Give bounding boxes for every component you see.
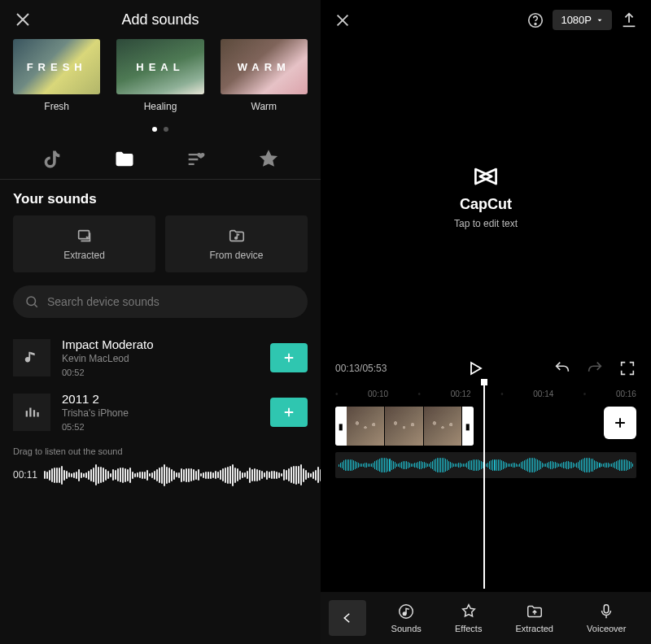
redo-icon[interactable]: [586, 359, 604, 377]
capcut-logo-icon: [471, 162, 500, 191]
drag-preview: Drag to listen out the sound 00:11: [0, 432, 321, 487]
timeline[interactable]: ▮ ▮: [321, 402, 651, 499]
close-icon[interactable]: [13, 10, 33, 29]
your-sounds-pills: Extracted From device: [0, 215, 321, 272]
pill-label: Extracted: [63, 250, 105, 261]
category-label: Warm: [251, 101, 277, 112]
clip-handle-left[interactable]: ▮: [335, 407, 347, 446]
fullscreen-icon[interactable]: [618, 359, 636, 377]
pill-label: From device: [209, 250, 263, 261]
search-icon: [24, 294, 39, 309]
source-tabs: [0, 143, 321, 179]
svg-rect-11: [605, 605, 609, 613]
voiceover-icon: [597, 603, 615, 620]
add-track-button[interactable]: [270, 398, 308, 427]
music-note-icon: [13, 339, 50, 376]
category-label: Fresh: [44, 101, 69, 112]
resolution-button[interactable]: 1080P: [553, 10, 612, 30]
folder-icon[interactable]: [113, 148, 136, 171]
video-clip[interactable]: [347, 407, 385, 446]
list-item[interactable]: Impact Moderato Kevin MacLeod 00:52: [13, 337, 308, 377]
drag-label: Drag to listen out the sound: [13, 446, 308, 456]
track-artist: Trisha's iPhone: [62, 407, 259, 419]
tool-label: Sounds: [391, 624, 422, 633]
video-clip[interactable]: [424, 407, 462, 446]
svg-point-8: [535, 23, 536, 24]
chevron-down-icon: [596, 16, 604, 24]
page-dot[interactable]: [152, 127, 157, 132]
export-icon[interactable]: [620, 11, 638, 29]
add-track-button[interactable]: [270, 343, 308, 372]
search-placeholder: Search device sounds: [47, 295, 159, 308]
audio-bars-icon: [13, 394, 50, 431]
tool-extracted[interactable]: Extracted: [516, 603, 553, 633]
tool-label: Effects: [455, 624, 482, 633]
ruler-tick: 00:10: [368, 389, 388, 398]
clip-handle-right[interactable]: ▮: [462, 407, 474, 446]
category-warm: WARM Warm: [221, 39, 308, 112]
search-input[interactable]: Search device sounds: [13, 285, 308, 318]
resolution-label: 1080P: [561, 14, 592, 26]
playhead[interactable]: [483, 382, 485, 589]
folder-music-icon: [228, 227, 246, 245]
category-fresh: FRESH Fresh: [13, 39, 100, 112]
video-clip[interactable]: [385, 407, 423, 446]
track-meta: 2011 2 Trisha's iPhone 05:52: [62, 392, 259, 432]
audio-track[interactable]: [335, 452, 636, 478]
svg-point-2: [27, 297, 36, 306]
preview-viewer[interactable]: CapCut Tap to edit text: [321, 45, 651, 346]
effects-icon: [460, 603, 478, 620]
add-sounds-title: Add sounds: [33, 11, 288, 28]
timecode: 00:13/05:53: [335, 363, 387, 374]
extracted-pill[interactable]: Extracted: [13, 215, 155, 272]
brand-label: CapCut: [460, 196, 512, 213]
drag-time: 00:11: [13, 469, 37, 481]
tool-sounds[interactable]: Sounds: [391, 603, 422, 633]
track-title: 2011 2: [62, 392, 259, 406]
star-icon[interactable]: [257, 148, 280, 171]
tool-effects[interactable]: Effects: [455, 603, 482, 633]
svg-rect-3: [26, 411, 28, 416]
tool-voiceover[interactable]: Voiceover: [587, 603, 626, 633]
track-duration: 05:52: [62, 422, 259, 432]
category-thumb-healing[interactable]: HEAL: [116, 39, 203, 94]
tool-label: Voiceover: [587, 624, 626, 633]
audio-waveform: [335, 457, 636, 473]
video-track[interactable]: ▮ ▮: [335, 407, 474, 446]
track-meta: Impact Moderato Kevin MacLeod 00:52: [62, 337, 259, 377]
close-icon[interactable]: [334, 11, 352, 29]
track-title: Impact Moderato: [62, 337, 259, 351]
add-clip-button[interactable]: [604, 407, 636, 439]
wave-row[interactable]: 00:11: [13, 463, 308, 487]
your-sounds-title: Your sounds: [0, 180, 321, 215]
tools: Sounds Effects Extracted Voiceover: [366, 603, 651, 633]
category-overlay: HEAL: [136, 61, 184, 73]
category-thumb-fresh[interactable]: FRESH: [13, 39, 100, 94]
svg-rect-6: [37, 412, 38, 417]
tap-to-edit-label: Tap to edit text: [454, 218, 518, 229]
right-header: 1080P: [321, 0, 651, 40]
page-dot[interactable]: [164, 127, 168, 132]
timeline-ruler[interactable]: • 00:10 • 00:12 • 00:14 • 00:16: [321, 386, 651, 402]
category-overlay: WARM: [238, 61, 291, 73]
category-overlay: FRESH: [27, 61, 87, 73]
category-thumb-warm[interactable]: WARM: [221, 39, 308, 94]
play-icon[interactable]: [465, 359, 485, 378]
tool-label: Extracted: [516, 624, 553, 633]
category-row: FRESH Fresh HEAL Healing WARM Warm: [0, 39, 321, 112]
undo-icon[interactable]: [553, 359, 571, 377]
tiktok-icon[interactable]: [41, 148, 63, 171]
category-label: Healing: [144, 101, 177, 112]
track-list: Impact Moderato Kevin MacLeod 00:52 2011…: [0, 329, 321, 432]
back-button[interactable]: [329, 600, 366, 636]
playlist-heart-icon[interactable]: [185, 148, 208, 171]
add-sounds-panel: Add sounds FRESH Fresh HEAL Healing WARM…: [0, 0, 321, 644]
left-header: Add sounds: [0, 0, 321, 39]
ruler-tick: 00:16: [616, 389, 636, 398]
list-item[interactable]: 2011 2 Trisha's iPhone 05:52: [13, 392, 308, 432]
audio-toolbar: Sounds Effects Extracted Voiceover: [321, 592, 651, 644]
editor-panel: 1080P CapCut Tap to edit text 00:13/05:5…: [321, 0, 651, 644]
help-icon[interactable]: [526, 11, 544, 29]
from-device-pill[interactable]: From device: [165, 215, 308, 272]
category-healing: HEAL Healing: [116, 39, 203, 112]
